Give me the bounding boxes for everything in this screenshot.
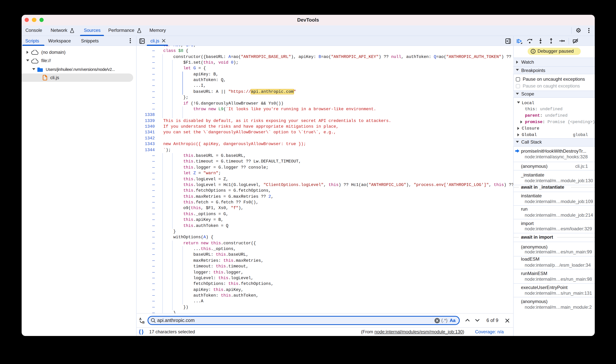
svg-text:A: A: [139, 317, 141, 321]
svg-text:B: B: [142, 320, 144, 324]
